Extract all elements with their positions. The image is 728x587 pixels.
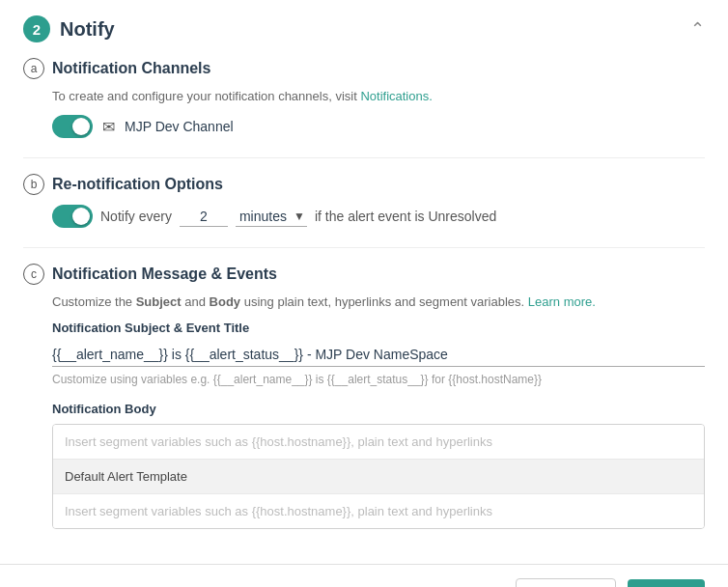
- footer: CANCEL SAVE: [0, 564, 728, 587]
- channel-name: MJP Dev Channel: [125, 119, 234, 134]
- section-header: 2 Notify ⌃: [23, 15, 705, 42]
- toggle-track: [52, 115, 93, 138]
- channels-description: To create and configure your notificatio…: [52, 89, 705, 103]
- body-label: Notification Body: [52, 402, 705, 416]
- notify-panel: 2 Notify ⌃ a Notification Channels To cr…: [0, 0, 728, 587]
- message-header: c Notification Message & Events: [23, 264, 705, 285]
- body-placeholder-top: Insert segment variables such as {{host.…: [53, 425, 704, 460]
- notification-body-section: Notification Subject & Event Title Custo…: [52, 321, 705, 529]
- renotification-section: b Re-notification Options Notify every m…: [23, 174, 705, 228]
- renotif-title: Re-notification Options: [52, 176, 223, 193]
- channels-header: a Notification Channels: [23, 58, 705, 79]
- channel-row: ✉ MJP Dev Channel: [52, 115, 705, 138]
- subject-label: Notification Subject & Event Title: [52, 321, 705, 335]
- save-button[interactable]: SAVE: [628, 579, 705, 587]
- notify-interval-input[interactable]: [180, 207, 228, 227]
- renotif-toggle-thumb: [72, 208, 90, 225]
- title-row: 2 Notify: [23, 15, 115, 42]
- main-content: 2 Notify ⌃ a Notification Channels To cr…: [0, 0, 728, 564]
- notify-every-label: Notify every: [100, 209, 172, 224]
- learn-more-link[interactable]: Learn more.: [528, 294, 596, 309]
- subject-input[interactable]: [52, 343, 705, 367]
- renotif-row: Notify every minutes hours days ▼ if the…: [52, 205, 705, 228]
- section-a-badge: a: [23, 58, 44, 79]
- default-template-row: Default Alert Template: [53, 460, 704, 494]
- subject-hint: Customize using variables e.g. {{__alert…: [52, 373, 705, 386]
- condition-text: if the alert event is Unresolved: [315, 209, 496, 224]
- collapse-icon[interactable]: ⌃: [690, 18, 705, 40]
- section-c-badge: c: [23, 264, 44, 285]
- renotif-toggle[interactable]: [52, 205, 93, 228]
- message-title: Notification Message & Events: [52, 266, 277, 283]
- notify-unit-select[interactable]: minutes hours days: [236, 207, 307, 227]
- toggle-thumb: [72, 118, 90, 135]
- notification-channels-section: a Notification Channels To create and co…: [23, 58, 705, 138]
- renotif-toggle-track: [52, 205, 93, 228]
- step-badge: 2: [23, 15, 50, 42]
- cancel-button[interactable]: CANCEL: [516, 578, 615, 587]
- email-icon: ✉: [102, 118, 115, 136]
- divider-b: [23, 247, 705, 248]
- notify-unit-wrapper: minutes hours days ▼: [236, 207, 307, 227]
- section-b-badge: b: [23, 174, 44, 195]
- channel-toggle[interactable]: [52, 115, 93, 138]
- renotif-header: b Re-notification Options: [23, 174, 705, 195]
- body-editor[interactable]: Insert segment variables such as {{host.…: [52, 424, 705, 529]
- channels-title: Notification Channels: [52, 60, 210, 77]
- notifications-link[interactable]: Notifications.: [360, 89, 432, 103]
- divider-a: [23, 157, 705, 158]
- notification-message-section: c Notification Message & Events Customiz…: [23, 264, 705, 529]
- section-main-title: Notify: [60, 18, 115, 41]
- body-placeholder-bottom: Insert segment variables such as {{host.…: [53, 494, 704, 528]
- message-description: Customize the Subject and Body using pla…: [52, 294, 705, 309]
